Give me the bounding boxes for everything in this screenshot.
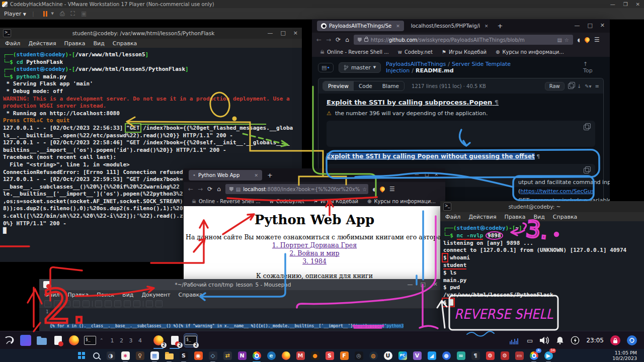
tab-code[interactable]: Code xyxy=(354,81,377,90)
tab-python-web-app[interactable]: •Python Web App ✕ xyxy=(189,170,262,180)
reload-icon[interactable]: ⟳ xyxy=(336,36,341,43)
menu-document[interactable]: Документ xyxy=(141,292,170,298)
maximize-button[interactable]: □ xyxy=(420,281,425,288)
update-manager-icon[interactable] xyxy=(627,335,637,345)
reload-icon[interactable] xyxy=(83,300,90,307)
code-block-1[interactable]: {{''.__class__.mro()[1].__subclasses__()… xyxy=(327,121,595,147)
terminal-nc-output[interactable]: ┌──(student㉿codeby)-[~]└─$ nc -nvlp 9898… xyxy=(440,221,644,336)
menu-edit[interactable]: Правка xyxy=(64,40,86,47)
windows-clock[interactable]: 11:05 PM 10/2/2023 xyxy=(612,350,644,361)
minimize-button[interactable]: — xyxy=(574,22,580,29)
close-button[interactable]: ✕ xyxy=(600,22,605,29)
player-menu[interactable]: Player ▼ xyxy=(4,11,26,17)
mousepad-editor[interactable]: 1 {% for x in ().__class__.__base__.__su… xyxy=(39,309,442,331)
replace-icon[interactable] xyxy=(155,300,163,307)
menu-hamburger-icon[interactable]: ☰ xyxy=(594,36,600,43)
maximize-button[interactable]: □ xyxy=(587,22,592,29)
extension-flame-icon[interactable] xyxy=(379,186,386,193)
raw-button[interactable]: Raw xyxy=(545,82,565,90)
tab-blame[interactable]: Blame xyxy=(377,81,404,90)
bookmark-courses[interactable]: ⊕Курсы по информаци... xyxy=(496,49,564,55)
outline-icon[interactable]: ≡ xyxy=(595,83,599,89)
kali-menu-icon[interactable] xyxy=(3,334,16,347)
pen-icon[interactable]: ¶ xyxy=(470,350,480,360)
vmware-maximize-button[interactable]: ❐ xyxy=(623,2,628,7)
close-button[interactable]: ✕ xyxy=(434,172,438,177)
tab-preview[interactable]: Preview xyxy=(323,81,354,90)
book-f-icon[interactable]: F xyxy=(339,350,349,360)
new-tab-button[interactable]: + xyxy=(498,22,503,30)
url-bar[interactable]: ▤ localhost:8080/index?book={%%20for%20x… xyxy=(225,184,368,194)
back-icon[interactable]: ← xyxy=(316,36,321,43)
menu-hamburger-icon[interactable]: ☰ xyxy=(389,186,395,193)
new-tab-button[interactable]: + xyxy=(267,171,273,179)
maximize-button[interactable]: □ xyxy=(425,172,429,177)
back-to-top-link[interactable]: ↑ Top xyxy=(583,61,604,74)
bookmark-games[interactable]: ⚑Игры Кодебай xyxy=(313,199,358,204)
vm-clock[interactable]: 23:05 xyxy=(586,337,604,344)
close-tab-icon[interactable]: ✕ xyxy=(485,24,489,29)
start-icon[interactable] xyxy=(76,350,87,360)
blender-icon[interactable]: ◍ xyxy=(368,350,378,360)
book-link-1[interactable]: 1. Портрет Дориана Грея xyxy=(184,241,445,249)
url-bar[interactable]: https://github.com/swisskyrepo/PayloadsA… xyxy=(354,35,573,45)
save-as-icon[interactable] xyxy=(73,300,80,307)
copy-icon[interactable] xyxy=(124,300,131,307)
tab-localhost-phptwig[interactable]: localhost/lesson5/PHPTwig/i✕ xyxy=(407,21,493,31)
close-tab-icon[interactable]: ✕ xyxy=(254,173,258,178)
menu-actions[interactable]: Действия xyxy=(28,40,56,47)
copy-code-icon[interactable] xyxy=(584,125,589,130)
explorer-folder-icon[interactable] xyxy=(164,350,174,360)
bookmark-codeby[interactable]: wCodeby.net xyxy=(270,199,304,204)
firefox-launcher-icon[interactable] xyxy=(67,334,80,347)
menu-view[interactable]: Вид xyxy=(122,292,133,298)
notification-bell-icon[interactable] xyxy=(556,336,564,344)
minimize-button[interactable]: — xyxy=(415,172,419,177)
virtualbox-icon[interactable]: ◇ xyxy=(208,350,218,360)
bookmark-star-icon[interactable]: ☆ xyxy=(362,187,367,192)
running-firefox[interactable]: 2 xyxy=(152,334,165,347)
sublime-icon[interactable]: S xyxy=(325,350,335,360)
screen-lock-icon[interactable] xyxy=(610,335,620,345)
extension-flame-icon[interactable] xyxy=(584,36,591,43)
chrome-icon[interactable] xyxy=(252,350,262,360)
bookmark-reverse-shell[interactable]: ☠Online - Reverse Shell ... xyxy=(320,49,389,55)
lens-icon[interactable]: ◎ xyxy=(354,350,364,360)
terminal-flask-titlebar[interactable]: >_ student@codeby: /var/www/html/lesson5… xyxy=(0,28,302,39)
display-icon[interactable]: ▭ xyxy=(527,337,533,344)
gear-darkred-icon[interactable]: ⚙ xyxy=(500,350,510,360)
running-terminal[interactable]: $_ 2 xyxy=(184,334,197,347)
branch-selector[interactable]: master▼ xyxy=(339,62,381,73)
mousepad-titlebar[interactable]: *~/Рабочий стол/tmp_lesson_5 - Mousepad … xyxy=(39,279,442,290)
readme-heading-popen[interactable]: Exploit the SSTI by calling Popen withou… xyxy=(327,153,595,160)
menu-actions[interactable]: Действия xyxy=(468,214,496,220)
undo-icon[interactable] xyxy=(95,300,102,307)
twitter-link[interactable]: https://twitter.com/SecGus xyxy=(520,188,594,195)
menu-edit[interactable]: Правка xyxy=(67,292,89,298)
close-button[interactable]: × xyxy=(293,30,298,36)
pocket-icon[interactable]: ◖ xyxy=(373,187,375,192)
copy-code-icon[interactable] xyxy=(584,168,589,173)
menu-file[interactable]: Файл xyxy=(445,214,460,220)
bookmark-games[interactable]: ⚑Игры Кодебай xyxy=(442,49,487,55)
download-icon[interactable]: ↓ xyxy=(577,83,581,89)
terminal-launcher-icon[interactable]: $_ xyxy=(84,334,97,347)
firefox-icon[interactable] xyxy=(281,350,291,360)
minimize-button[interactable]: — xyxy=(407,281,413,288)
forward-icon[interactable]: → xyxy=(326,36,331,43)
edit-icon[interactable]: ✎▾ xyxy=(585,83,591,89)
cut-icon[interactable] xyxy=(114,300,121,307)
save-icon[interactable] xyxy=(63,300,70,307)
mousepad-launcher-icon[interactable] xyxy=(51,334,64,347)
workspace-switcher[interactable]: 1 2 3 4 xyxy=(111,337,144,344)
menu-edit[interactable]: Правка xyxy=(505,214,526,220)
new-file-icon[interactable] xyxy=(44,300,51,307)
bookmark-courses[interactable]: ⊕Курсы по информаци... xyxy=(367,199,436,204)
book-link-2[interactable]: 2. Война и мир xyxy=(184,249,445,257)
minimize-button[interactable]: — xyxy=(267,30,273,36)
menu-help[interactable]: Справка xyxy=(179,292,203,298)
book-link-3[interactable]: 3. 1984 xyxy=(184,257,445,265)
home-icon[interactable]: ⌂ xyxy=(217,186,221,193)
volume-icon[interactable] xyxy=(539,336,549,344)
pocket-icon[interactable]: ◖ xyxy=(578,37,580,43)
